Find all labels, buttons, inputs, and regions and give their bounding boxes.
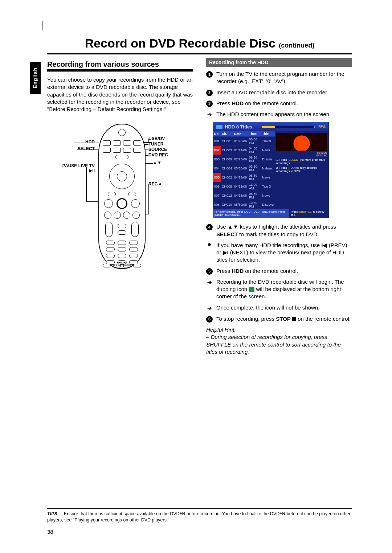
step-2: 2Insert a DVD recordable disc into the r… — [206, 89, 352, 96]
remote-body: PHILIPS HDD & DVD RECORDER — [98, 124, 146, 269]
pause-live-tv-icon — [117, 198, 127, 209]
intro-paragraph: You can choose to copy your recordings f… — [47, 76, 193, 113]
label-rec: REC ● — [148, 181, 162, 187]
step-4: 4Use ▲▼ keys to highlight the title/titl… — [206, 223, 352, 238]
label-tuner: TUNER — [148, 142, 163, 147]
step-3-result: ➔The HDD content menu appears on the scr… — [206, 111, 352, 118]
dubbing-icon — [249, 287, 254, 292]
brand-label: PHILIPS HDD & DVD RECORDER — [99, 261, 145, 266]
page-number: 38 — [47, 529, 53, 535]
remote-diagram: HDD SELECT PAUSE LIVE TV ▶II USB/DV TUNE… — [55, 124, 185, 273]
title-thumbnail — [276, 133, 327, 151]
step-4-tip: ●If you have many HDD title recordings, … — [206, 242, 352, 264]
hdd-menu-header: HDD 8 Titles 25% — [213, 122, 328, 131]
page-title: Record on DVD Recordable Disc (continued… — [47, 36, 352, 50]
content-columns: Recording from various sources You can c… — [47, 58, 352, 356]
language-label: English — [32, 67, 38, 89]
hdd-menu-screenshot: HDD 8 Titles 25% NoCh.DateTimeTitle001CH… — [213, 122, 329, 218]
helpful-hint: Helpful Hint: – During selection of reco… — [206, 326, 352, 356]
label-updown: ▲▼ — [153, 160, 162, 165]
label-source: SOURCE — [148, 147, 167, 152]
manual-page: English Record on DVD Recordable Disc (c… — [0, 0, 392, 553]
step-5: 5Press HDD on the remote control. — [206, 267, 352, 275]
step-3: 3Press HDD on the remote control. — [206, 100, 352, 107]
label-hdd: HDD — [55, 139, 95, 144]
step-5-result-2: ➔Once complete, the icon will not be sho… — [206, 304, 352, 312]
arrow-icon: ➔ — [206, 279, 213, 300]
label-select: SELECT — [55, 146, 95, 151]
rec-button-icon — [132, 212, 140, 219]
hdd-icon — [216, 125, 222, 129]
label-pause: PAUSE LIVE TV ▶II — [55, 164, 95, 173]
step-bullet-3: 3 — [206, 101, 213, 107]
step-bullet-4: 4 — [206, 224, 213, 230]
title-rule — [47, 53, 352, 54]
crop-mark — [33, 21, 42, 30]
step-6: 6To stop recording, press STOP on the re… — [206, 315, 352, 323]
left-column: Recording from various sources You can c… — [47, 58, 193, 356]
bullet-icon: ● — [206, 242, 213, 264]
section-title-sources: Recording from various sources — [47, 60, 193, 69]
hdd-title-table: NoCh.DateTimeTitle001CH00101/20/0603:00 … — [213, 131, 275, 209]
subheader-hdd: Recording from the HDD — [206, 58, 352, 67]
arrow-icon: ➔ — [206, 111, 213, 118]
right-column: Recording from the HDD 1Turn on the TV t… — [206, 58, 352, 356]
language-tab: English — [30, 62, 41, 94]
step-bullet-6: 6 — [206, 316, 213, 323]
step-1: 1Turn on the TV to the correct program n… — [206, 70, 352, 85]
tips-footer: TIPS: Ensure that there is sufficient sp… — [47, 508, 352, 523]
stop-icon — [292, 317, 296, 321]
dpad-icon — [109, 164, 135, 189]
usage-bar — [262, 126, 315, 128]
step-bullet-5: 5 — [206, 268, 213, 275]
label-dvdrec: DVD REC — [148, 152, 168, 157]
arrow-icon: ➔ — [206, 304, 213, 312]
label-usb: USB/DV — [148, 136, 165, 141]
standby-icon — [118, 129, 126, 136]
step-bullet-2: 2 — [206, 90, 213, 96]
step-bullet-1: 1 — [206, 71, 213, 78]
step-5-result-1: ➔Recording to the DVD recordable disc wi… — [206, 278, 352, 300]
